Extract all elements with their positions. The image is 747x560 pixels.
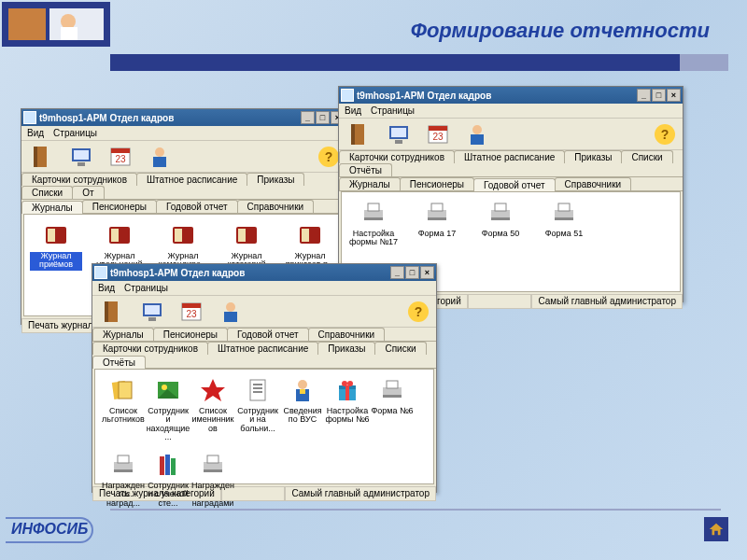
tab-annual[interactable]: Годовой отчет <box>156 200 238 213</box>
list-item[interactable]: Сотрудники с ученой сте... <box>146 450 190 508</box>
tab-orders[interactable]: Приказы <box>317 342 375 355</box>
list-item[interactable]: Журнал приёмов <box>30 220 82 271</box>
person-icon[interactable] <box>464 121 490 147</box>
svg-rect-29 <box>391 128 406 137</box>
calendar-icon[interactable]: 23 <box>107 144 134 170</box>
svg-rect-7 <box>34 147 37 167</box>
svg-rect-30 <box>395 140 402 144</box>
tab-cards[interactable]: Карточки сотрудников <box>21 173 137 186</box>
list-item[interactable]: Сведения по ВУС <box>280 375 325 442</box>
tab-cards[interactable]: Карточки сотрудников <box>339 150 455 163</box>
tab-reports[interactable]: Отчёты <box>92 356 146 369</box>
printer-icon <box>422 198 452 228</box>
list-item[interactable]: Сотрудники на больни... <box>235 375 280 442</box>
list-item[interactable]: Форма 50 <box>474 198 527 248</box>
menu-pages[interactable]: Страницы <box>371 105 415 116</box>
person-icon[interactable] <box>218 299 244 325</box>
svg-rect-59 <box>119 382 132 399</box>
list-item[interactable]: Награжден. наградами <box>190 450 235 508</box>
tab-lists[interactable]: Списки <box>621 150 672 163</box>
help-icon[interactable]: ? <box>408 301 429 322</box>
tab-lists[interactable]: Списки <box>374 342 426 355</box>
item-label: Сотрудники на больни... <box>235 407 280 433</box>
tab-staff[interactable]: Штатное расписание <box>454 150 565 163</box>
svg-rect-41 <box>428 217 446 220</box>
list-item[interactable]: Список именинников <box>190 375 235 442</box>
tab-pension[interactable]: Пенсионеры <box>153 328 228 341</box>
list-item[interactable]: Список льготников <box>101 375 146 442</box>
item-label: Настройка формы №17 <box>347 230 400 248</box>
tab-pension[interactable]: Пенсионеры <box>400 177 474 190</box>
monitor-icon[interactable] <box>139 299 165 325</box>
titlebar[interactable]: t9mhosp1-АРМ Отдел кадров _ □ × <box>92 264 436 281</box>
menu-pages[interactable]: Страницы <box>124 283 168 293</box>
tab-annual[interactable]: Годовой отчет <box>473 178 556 191</box>
tab-row-2: Журналы Пенсионеры Годовой отчет Справоч… <box>21 200 346 214</box>
list-item[interactable]: Форма 51 <box>538 198 590 248</box>
door-icon[interactable] <box>346 121 373 147</box>
home-button[interactable] <box>704 517 728 541</box>
help-icon[interactable]: ? <box>318 147 339 167</box>
printer-icon <box>486 198 515 228</box>
help-icon[interactable]: ? <box>655 124 675 145</box>
toolbar: 23 ? <box>92 296 436 328</box>
svg-rect-65 <box>253 384 262 385</box>
tab-pension[interactable]: Пенсионеры <box>82 200 157 213</box>
tab-journals[interactable]: Журналы <box>92 328 154 341</box>
tab-staff[interactable]: Штатное расписание <box>136 173 247 186</box>
tab-more[interactable]: От <box>72 186 104 199</box>
list-item[interactable]: Форма 17 <box>411 198 463 248</box>
tab-orders[interactable]: Приказы <box>564 150 622 163</box>
tab-refs[interactable]: Справочники <box>555 177 632 190</box>
menu-pages[interactable]: Страницы <box>53 128 97 138</box>
svg-rect-64 <box>250 380 265 400</box>
tab-refs[interactable]: Справочники <box>237 200 315 213</box>
item-label: Форма 17 <box>411 230 463 248</box>
menu-view[interactable]: Вид <box>345 105 361 116</box>
minimize-button[interactable]: _ <box>637 89 651 102</box>
calendar-icon[interactable]: 23 <box>178 299 204 325</box>
calendar-icon[interactable]: 23 <box>425 121 451 147</box>
list-item[interactable]: Награжден. гос. наград... <box>101 450 146 508</box>
minimize-button[interactable]: _ <box>390 266 404 279</box>
list-item[interactable]: Сотрудники находящие... <box>146 375 190 442</box>
list-item[interactable]: Настройка формы №6 <box>325 375 370 442</box>
list-item[interactable]: Настройка формы №17 <box>347 198 400 248</box>
item-label: Форма 50 <box>474 230 527 248</box>
svg-rect-82 <box>160 456 164 475</box>
door-icon[interactable] <box>29 144 55 170</box>
svg-rect-40 <box>431 203 443 211</box>
tab-lists[interactable]: Списки <box>21 186 73 199</box>
close-button[interactable]: × <box>420 266 434 279</box>
menu-view[interactable]: Вид <box>27 128 44 138</box>
svg-point-56 <box>226 302 235 312</box>
maximize-button[interactable]: □ <box>405 266 419 279</box>
tab-refs[interactable]: Справочники <box>308 328 386 341</box>
tab-staff[interactable]: Штатное расписание <box>207 342 318 355</box>
tab-orders[interactable]: Приказы <box>247 173 304 186</box>
close-button[interactable]: × <box>667 89 681 102</box>
titlebar[interactable]: t9mhosp1-АРМ Отдел кадров _ □ × <box>21 109 346 126</box>
svg-rect-80 <box>118 455 129 463</box>
tab-journals[interactable]: Журналы <box>339 177 401 190</box>
minimize-button[interactable]: _ <box>301 111 315 124</box>
tab-cards[interactable]: Карточки сотрудников <box>92 342 208 355</box>
item-label: Форма 51 <box>538 230 590 248</box>
slide-title: Формирование отчетности <box>411 19 710 43</box>
monitor-icon[interactable] <box>386 121 412 147</box>
tab-annual[interactable]: Годовой отчет <box>227 328 309 341</box>
svg-rect-4 <box>61 27 78 40</box>
svg-rect-27 <box>351 124 355 145</box>
list-item[interactable]: Форма №6 <box>370 375 415 442</box>
titlebar[interactable]: t9mhosp1-АРМ Отдел кадров _ □ × <box>339 87 683 104</box>
monitor-icon[interactable] <box>68 144 94 170</box>
window-title: t9mhosp1-АРМ Отдел кадров <box>110 268 390 278</box>
tab-reports[interactable]: Отчёты <box>339 163 392 176</box>
person-icon[interactable] <box>147 144 173 170</box>
door-icon[interactable] <box>100 299 126 325</box>
maximize-button[interactable]: □ <box>316 111 330 124</box>
tab-journals[interactable]: Журналы <box>21 201 83 214</box>
menu-bar: Вид Страницы <box>339 104 683 119</box>
menu-view[interactable]: Вид <box>98 283 115 293</box>
maximize-button[interactable]: □ <box>652 89 666 102</box>
